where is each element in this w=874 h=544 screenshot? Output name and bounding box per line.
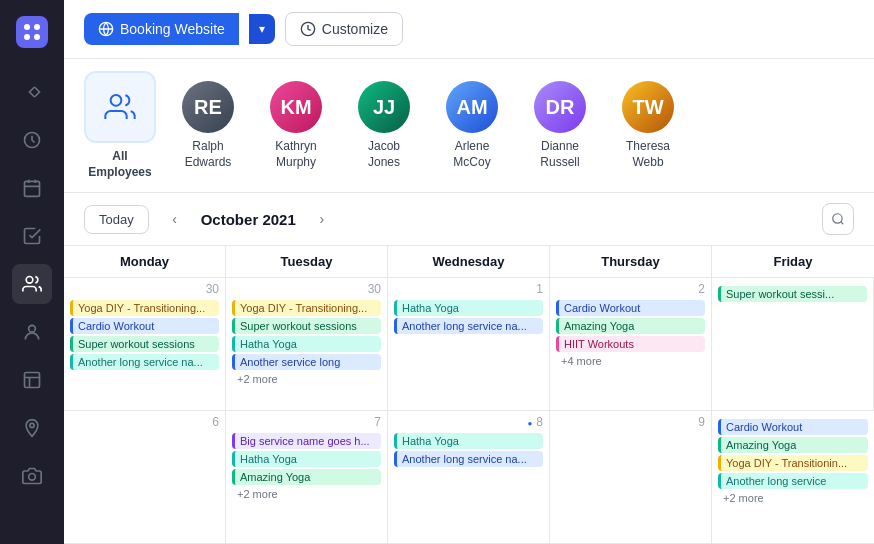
jacob-avatar: JJ: [358, 81, 410, 133]
sidebar-camera[interactable]: [12, 456, 52, 496]
svg-rect-5: [25, 181, 40, 196]
employee-arlene[interactable]: AM ArleneMcCoy: [436, 81, 508, 170]
cal-day-wed-w1[interactable]: 1 Hatha Yoga Another long service na...: [388, 278, 550, 411]
cal-day-wed-w2[interactable]: 8 Hatha Yoga Another long service na...: [388, 411, 550, 544]
employee-theresa[interactable]: TW TheresaWebb: [612, 81, 684, 170]
employee-ralph[interactable]: RE RalphEdwards: [172, 81, 244, 170]
svg-point-0: [24, 24, 30, 30]
event[interactable]: Yoga DIY - Transitionin...: [718, 455, 868, 471]
employee-jacob[interactable]: JJ JacobJones: [348, 81, 420, 170]
customize-label: Customize: [322, 21, 388, 37]
event[interactable]: Hatha Yoga: [394, 433, 543, 449]
event[interactable]: Hatha Yoga: [394, 300, 543, 316]
sidebar: [0, 0, 64, 544]
more-events-link[interactable]: +4 more: [556, 354, 705, 368]
day-num: 9: [556, 415, 705, 429]
main-content: Booking Website ▾ Customize AllEmployees…: [64, 0, 874, 544]
event[interactable]: Another long service: [718, 473, 868, 489]
event[interactable]: Yoga DIY - Transitioning...: [70, 300, 219, 316]
calendar-body: 30 Yoga DIY - Transitioning... Cardio Wo…: [64, 278, 874, 544]
event[interactable]: Big service name goes h...: [232, 433, 381, 449]
svg-point-6: [26, 277, 33, 284]
day-num: 8: [394, 415, 543, 429]
kathryn-avatar: KM: [270, 81, 322, 133]
svg-point-1: [34, 24, 40, 30]
sidebar-location[interactable]: [12, 408, 52, 448]
day-num: 7: [232, 415, 381, 429]
cal-day-tue-w2[interactable]: 7 Big service name goes h... Hatha Yoga …: [226, 411, 388, 544]
sidebar-clock[interactable]: [12, 120, 52, 160]
event[interactable]: Cardio Workout: [70, 318, 219, 334]
header-friday: Friday: [712, 246, 874, 277]
employee-dianne[interactable]: DR DianneRussell: [524, 81, 596, 170]
event[interactable]: Hatha Yoga: [232, 336, 381, 352]
day-num: 1: [394, 282, 543, 296]
event[interactable]: Super workout sessions: [70, 336, 219, 352]
cal-day-fri-w2[interactable]: Cardio Workout Amazing Yoga Yoga DIY - T…: [712, 411, 874, 544]
day-num: 30: [232, 282, 381, 296]
ralph-name: RalphEdwards: [185, 139, 232, 170]
sidebar-group[interactable]: [12, 312, 52, 352]
calendar: Monday Tuesday Wednesday Thursday Friday…: [64, 246, 874, 544]
calendar-search-button[interactable]: [822, 203, 854, 235]
event[interactable]: HIIT Workouts: [556, 336, 705, 352]
header-wednesday: Wednesday: [388, 246, 550, 277]
svg-point-3: [34, 34, 40, 40]
event[interactable]: Super workout sessions: [232, 318, 381, 334]
event[interactable]: Yoga DIY - Transitioning...: [232, 300, 381, 316]
booking-chevron-button[interactable]: ▾: [249, 14, 275, 44]
cal-day-mon-w2[interactable]: 6: [64, 411, 226, 544]
event[interactable]: Amazing Yoga: [556, 318, 705, 334]
booking-label: Booking Website: [120, 21, 225, 37]
sidebar-box[interactable]: [12, 360, 52, 400]
event[interactable]: Another service long: [232, 354, 381, 370]
more-events-link[interactable]: +2 more: [718, 491, 868, 505]
jacob-name: JacobJones: [368, 139, 400, 170]
svg-point-12: [111, 95, 122, 106]
cal-day-thu-w2[interactable]: 9: [550, 411, 712, 544]
event[interactable]: Another long service na...: [70, 354, 219, 370]
more-events-link[interactable]: +2 more: [232, 372, 381, 386]
event[interactable]: Cardio Workout: [556, 300, 705, 316]
event[interactable]: Amazing Yoga: [232, 469, 381, 485]
cal-day-fri-w1[interactable]: Super workout sessi...: [712, 278, 874, 411]
sidebar-expand[interactable]: [12, 72, 52, 112]
more-events-link[interactable]: +2 more: [232, 487, 381, 501]
next-month-button[interactable]: ›: [308, 205, 336, 233]
employee-all[interactable]: AllEmployees: [84, 71, 156, 180]
all-employees-label: AllEmployees: [88, 149, 151, 180]
event[interactable]: Cardio Workout: [718, 419, 868, 435]
employee-kathryn[interactable]: KM KathrynMurphy: [260, 81, 332, 170]
day-num: 6: [70, 415, 219, 429]
topbar: Booking Website ▾ Customize: [64, 0, 874, 59]
cal-day-tue-w1[interactable]: 30 Yoga DIY - Transitioning... Super wor…: [226, 278, 388, 411]
event[interactable]: Amazing Yoga: [718, 437, 868, 453]
employees-bar: AllEmployees RE RalphEdwards KM KathrynM…: [64, 59, 874, 193]
day-num: 30: [70, 282, 219, 296]
calendar-month: October 2021: [201, 211, 296, 228]
event[interactable]: Another long service na...: [394, 451, 543, 467]
sidebar-calendar[interactable]: [12, 168, 52, 208]
booking-website-button[interactable]: Booking Website: [84, 13, 239, 45]
header-thursday: Thursday: [550, 246, 712, 277]
cal-day-mon-w1[interactable]: 30 Yoga DIY - Transitioning... Cardio Wo…: [64, 278, 226, 411]
calendar-nav: Today ‹ October 2021 ›: [64, 193, 874, 246]
today-button[interactable]: Today: [84, 205, 149, 234]
kathryn-name: KathrynMurphy: [275, 139, 316, 170]
customize-button[interactable]: Customize: [285, 12, 403, 46]
event[interactable]: Super workout sessi...: [718, 286, 867, 302]
svg-point-7: [29, 325, 36, 332]
event[interactable]: Hatha Yoga: [232, 451, 381, 467]
sidebar-logo[interactable]: [16, 16, 48, 48]
cal-day-thu-w1[interactable]: 2 Cardio Workout Amazing Yoga HIIT Worko…: [550, 278, 712, 411]
arlene-avatar: AM: [446, 81, 498, 133]
svg-point-9: [30, 423, 34, 427]
prev-month-button[interactable]: ‹: [161, 205, 189, 233]
event[interactable]: Another long service na...: [394, 318, 543, 334]
all-employees-avatar: [84, 71, 156, 143]
sidebar-people[interactable]: [12, 264, 52, 304]
ralph-avatar: RE: [182, 81, 234, 133]
sidebar-checklist[interactable]: [12, 216, 52, 256]
dianne-name: DianneRussell: [540, 139, 579, 170]
svg-rect-8: [25, 373, 40, 388]
